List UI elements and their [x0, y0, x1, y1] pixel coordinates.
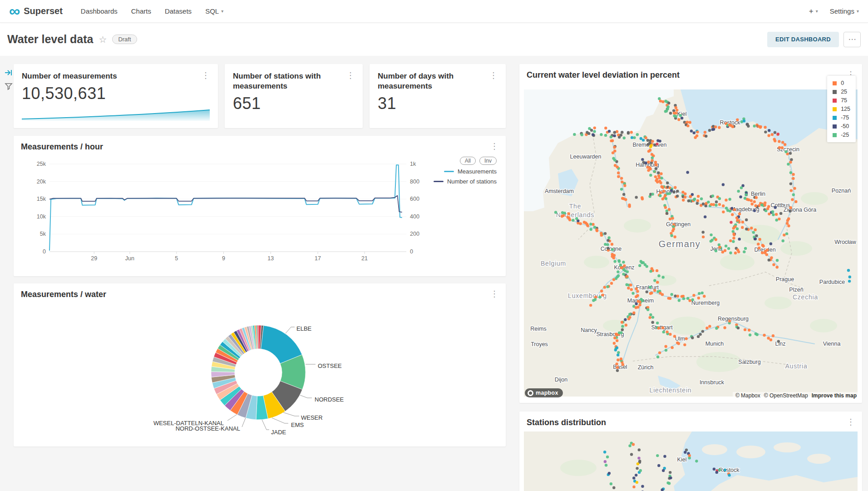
legend-invert-button[interactable]: Inv — [479, 157, 497, 165]
chart-panel-stations-distribution: Stations distribution ⋮ KielRostock — [519, 412, 862, 491]
top-navbar: ∞ Superset Dashboards Charts Datasets SQ… — [0, 0, 868, 23]
mapbox-attribution-link[interactable]: © Mapbox — [735, 392, 760, 399]
filter-funnel-icon[interactable] — [4, 82, 13, 91]
page-title: Water level data — [7, 33, 93, 46]
kpi-title: Number of days with measurements — [378, 71, 486, 91]
superset-logo-icon[interactable]: ∞ — [9, 5, 20, 17]
svg-text:10k: 10k — [37, 213, 46, 220]
brand-name[interactable]: Superset — [24, 6, 63, 16]
mapbox-circle-icon — [528, 390, 533, 396]
legend-swatch — [833, 116, 837, 120]
svg-text:Germany: Germany — [659, 239, 701, 249]
kpi-title: Number of measurements — [22, 71, 117, 81]
edit-dashboard-button[interactable]: EDIT DASHBOARD — [767, 32, 839, 47]
kebab-menu-icon[interactable]: ⋮ — [198, 71, 210, 79]
legend-label: 25 — [841, 89, 847, 95]
svg-text:0: 0 — [43, 248, 46, 255]
svg-text:NORD-OSTSEE-KANAL: NORD-OSTSEE-KANAL — [176, 425, 240, 432]
stations-scatter-map[interactable]: KielRostock — [524, 431, 858, 491]
svg-text:29: 29 — [91, 255, 97, 262]
kebab-menu-icon[interactable]: ⋮ — [486, 71, 498, 79]
legend-swatch — [833, 124, 837, 129]
svg-text:1k: 1k — [410, 161, 416, 167]
svg-text:Austria: Austria — [785, 362, 807, 370]
svg-text:25k: 25k — [37, 161, 46, 167]
svg-text:Reims: Reims — [530, 326, 546, 332]
settings-label: Settings — [830, 7, 854, 15]
map-legend: 02575125-75-50-25 — [827, 76, 856, 142]
header-actions: EDIT DASHBOARD ⋯ — [767, 32, 861, 47]
nav-item-datasets[interactable]: Datasets — [165, 7, 192, 15]
kpi-card-measurements: Number of measurements ⋮ 10,530,631 — [14, 64, 218, 128]
nav-label: SQL — [205, 7, 219, 15]
legend-item-measurements[interactable]: Measurements — [444, 168, 497, 175]
new-menu-button[interactable]: +▾ — [809, 7, 818, 16]
svg-text:9: 9 — [222, 255, 225, 262]
svg-text:Berlin: Berlin — [751, 191, 765, 197]
svg-text:Zielona Góra: Zielona Góra — [784, 207, 816, 213]
improve-map-link[interactable]: Improve this map — [812, 392, 857, 399]
chart-title: Measurements / water — [21, 290, 106, 299]
series-marker — [434, 181, 444, 182]
map-attribution: © Mapbox © OpenStreetMap Improve this ma… — [733, 392, 859, 399]
svg-text:Salzburg: Salzburg — [738, 359, 760, 365]
nav-item-sql[interactable]: SQL▾ — [205, 7, 223, 15]
svg-text:Ulm: Ulm — [675, 336, 685, 342]
chevron-down-icon: ▾ — [857, 9, 859, 14]
svg-text:Jun: Jun — [125, 255, 134, 262]
navbar-right: +▾ Settings▾ — [809, 7, 859, 16]
svg-text:15k: 15k — [37, 196, 46, 202]
legend-item[interactable]: -25 — [833, 132, 850, 138]
chevron-down-icon: ▾ — [221, 9, 223, 14]
water-donut-chart[interactable]: ELBEOSTSEENORDSEEWESEREMSJADEWESEL-DATTE… — [14, 283, 506, 446]
mapbox-wordmark: mapbox — [536, 390, 558, 396]
nav-item-charts[interactable]: Charts — [131, 7, 151, 15]
mapbox-logo[interactable]: mapbox — [525, 388, 563, 397]
kebab-menu-icon[interactable]: ⋮ — [487, 290, 498, 298]
legend-item[interactable]: 25 — [833, 89, 850, 95]
legend-item[interactable]: 0 — [833, 80, 850, 86]
draft-badge: Draft — [112, 35, 137, 44]
osm-attribution-link[interactable]: © OpenStreetMap — [764, 392, 808, 399]
series-marker — [444, 171, 454, 172]
hour-line-chart[interactable]: 05k10k15k20k25k02004006008001k29Jun59131… — [14, 136, 506, 276]
svg-text:800: 800 — [410, 179, 419, 185]
svg-text:Cologne: Cologne — [601, 246, 622, 252]
expand-filter-bar-icon[interactable] — [4, 68, 13, 77]
svg-text:Belgium: Belgium — [541, 260, 566, 267]
legend-label: -75 — [841, 114, 849, 121]
chart-panel-deviation-map: Current water level deviation in percent… — [519, 64, 862, 403]
legend-item-stations[interactable]: Number of stations — [434, 178, 497, 185]
nav-label: Charts — [131, 7, 151, 15]
svg-text:13: 13 — [267, 255, 274, 262]
legend-item[interactable]: -75 — [833, 114, 850, 121]
svg-text:Leeuwarden: Leeuwarden — [570, 154, 602, 160]
legend-label: -50 — [841, 123, 849, 129]
nav-item-dashboards[interactable]: Dashboards — [81, 7, 118, 15]
chevron-down-icon: ▾ — [816, 9, 818, 14]
svg-text:Vienna: Vienna — [823, 341, 841, 347]
svg-text:5: 5 — [175, 255, 178, 262]
chart-panel-measurements-hour: Measurements / hour ⋮ 05k10k15k20k25k020… — [14, 136, 506, 276]
legend-item[interactable]: 125 — [833, 106, 850, 112]
legend-item[interactable]: -50 — [833, 123, 850, 129]
deviation-scatter-map[interactable]: LeeuwardenAmsterdamTheNetherlandsBelgium… — [524, 89, 858, 397]
svg-text:Amsterdam: Amsterdam — [545, 188, 574, 194]
svg-text:Liechtenstein: Liechtenstein — [650, 387, 692, 394]
kebab-menu-icon[interactable]: ⋮ — [487, 142, 498, 150]
favorite-star-icon[interactable]: ☆ — [99, 34, 107, 45]
kpi-value: 651 — [233, 94, 355, 113]
svg-text:Wrocław: Wrocław — [834, 239, 857, 245]
more-options-button[interactable]: ⋯ — [843, 32, 861, 47]
legend-select-all-button[interactable]: All — [460, 157, 476, 165]
svg-text:0: 0 — [410, 248, 413, 255]
settings-menu-button[interactable]: Settings▾ — [830, 7, 859, 15]
kebab-menu-icon[interactable]: ⋮ — [843, 418, 855, 426]
legend-item[interactable]: 75 — [833, 97, 850, 104]
svg-text:21: 21 — [361, 255, 368, 262]
svg-text:OSTSEE: OSTSEE — [318, 362, 342, 369]
dashboard-header: Water level data ☆ Draft EDIT DASHBOARD … — [0, 23, 868, 56]
legend-label: Measurements — [458, 168, 497, 175]
svg-text:Zürich: Zürich — [638, 364, 654, 371]
kebab-menu-icon[interactable]: ⋮ — [343, 71, 355, 79]
